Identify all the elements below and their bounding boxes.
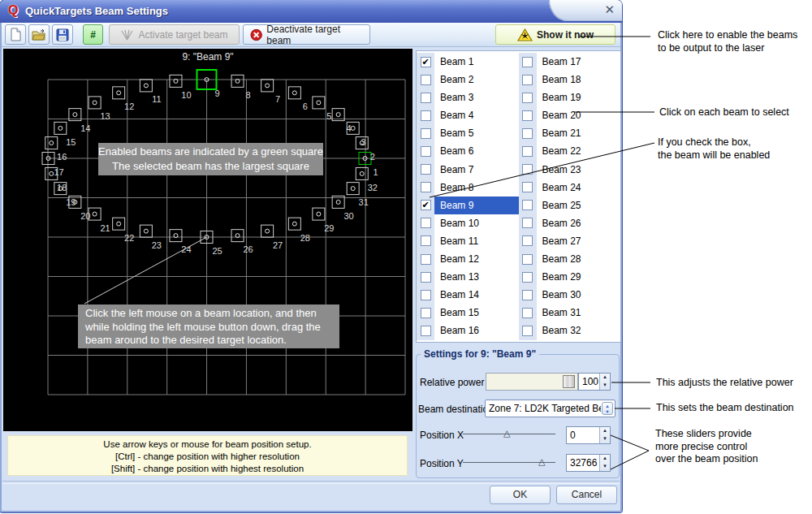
beam-row[interactable]: Beam 10: [417, 214, 519, 232]
beam-label[interactable]: Beam 11: [434, 232, 519, 250]
beam-checkbox[interactable]: [519, 232, 537, 250]
beam-label[interactable]: Beam 22: [537, 142, 621, 160]
beam-checkbox[interactable]: [519, 304, 537, 322]
beam-marker[interactable]: 22: [113, 218, 135, 243]
beam-row[interactable]: Beam 6: [417, 142, 519, 160]
beam-marker[interactable]: 6: [288, 87, 308, 112]
show-it-now-button[interactable]: Show it now: [495, 24, 615, 45]
beam-marker[interactable]: 11: [140, 80, 161, 105]
beam-label[interactable]: Beam 13: [434, 268, 519, 286]
beam-label[interactable]: Beam 4: [434, 106, 519, 124]
beam-checkbox[interactable]: [519, 89, 537, 106]
beam-row[interactable]: Beam 20: [519, 106, 621, 124]
beam-row[interactable]: Beam 29: [519, 268, 621, 286]
beam-label[interactable]: Beam 14: [434, 286, 519, 304]
dropdown-spin-icon[interactable]: ▲▼: [602, 402, 613, 415]
beam-label[interactable]: Beam 24: [537, 179, 621, 197]
beam-marker[interactable]: 7: [261, 80, 281, 105]
beam-position-canvas[interactable]: 1234567891011121314151617181920212223242…: [3, 49, 412, 431]
beam-numbers-toggle-button[interactable]: #: [83, 24, 103, 45]
beam-checkbox[interactable]: [519, 322, 537, 339]
beam-row[interactable]: Beam 2: [417, 71, 519, 89]
beam-row[interactable]: Beam 25: [519, 197, 621, 214]
position-y-slider[interactable]: △: [463, 462, 555, 463]
beam-label[interactable]: Beam 16: [434, 322, 519, 339]
beam-checkbox[interactable]: [519, 179, 537, 197]
beam-label[interactable]: Beam 9: [434, 197, 519, 214]
beam-marker[interactable]: 24: [170, 230, 192, 255]
beam-checkbox[interactable]: [417, 250, 434, 268]
spin-arrows-icon[interactable]: ▲▼: [599, 455, 610, 471]
beam-checkbox[interactable]: [417, 179, 434, 197]
beam-row[interactable]: Beam 31: [519, 304, 621, 322]
beam-marker[interactable]: 30: [332, 196, 354, 221]
beam-checkbox[interactable]: [519, 268, 537, 286]
beam-row[interactable]: Beam 7: [417, 161, 519, 179]
relative-power-spinner[interactable]: 100 ▲▼: [578, 373, 611, 391]
beam-checkbox[interactable]: [417, 286, 434, 304]
title-bar[interactable]: Q QuickTargets Beam Settings ✕: [0, 0, 622, 23]
beam-label[interactable]: Beam 7: [434, 161, 519, 179]
beam-label[interactable]: Beam 29: [537, 268, 621, 286]
beam-label[interactable]: Beam 15: [434, 304, 519, 322]
beam-row[interactable]: Beam 5: [417, 124, 519, 142]
beam-checkbox[interactable]: [519, 250, 537, 268]
beam-row[interactable]: Beam 21: [519, 124, 621, 142]
beam-checkbox[interactable]: ✔: [417, 197, 434, 214]
beam-row[interactable]: Beam 28: [519, 250, 621, 268]
beam-marker[interactable]: 26: [231, 230, 253, 255]
beam-marker[interactable]: 12: [113, 87, 135, 112]
beam-label[interactable]: Beam 32: [537, 322, 621, 339]
ok-button[interactable]: OK: [490, 486, 551, 504]
beam-marker[interactable]: 5: [313, 97, 332, 122]
beam-marker[interactable]: 21: [89, 208, 110, 233]
beam-label[interactable]: Beam 21: [537, 124, 621, 142]
beam-checkbox[interactable]: [519, 124, 537, 142]
beam-row[interactable]: Beam 24: [519, 179, 621, 197]
beam-label[interactable]: Beam 28: [537, 250, 621, 268]
beam-checkbox[interactable]: [417, 161, 434, 179]
beam-row[interactable]: ✔Beam 9: [417, 197, 519, 214]
spin-arrows-icon[interactable]: ▲▼: [599, 427, 610, 443]
beam-map[interactable]: 1234567891011121314151617181920212223242…: [3, 49, 412, 431]
beam-label[interactable]: Beam 31: [537, 304, 621, 322]
beam-destination-dropdown[interactable]: Zone 7: LD2K Targeted Be ▲▼: [485, 400, 615, 417]
relative-power-value[interactable]: 100: [579, 374, 599, 390]
beam-label[interactable]: Beam 17: [537, 53, 621, 71]
beam-row[interactable]: Beam 17: [519, 53, 621, 71]
beam-checkbox[interactable]: [519, 286, 537, 304]
beam-label[interactable]: Beam 3: [434, 89, 519, 106]
beam-checkbox[interactable]: [519, 142, 537, 160]
deactivate-target-beam-button[interactable]: Deactivate target beam: [243, 24, 370, 45]
beam-label[interactable]: Beam 10: [434, 214, 519, 232]
position-y-value[interactable]: 32766: [567, 455, 599, 471]
beam-row[interactable]: Beam 26: [519, 214, 621, 232]
beam-row[interactable]: Beam 8: [417, 179, 519, 197]
beam-label[interactable]: Beam 27: [537, 232, 621, 250]
position-x-spinner[interactable]: 0 ▲▼: [566, 426, 611, 444]
beam-row[interactable]: Beam 13: [417, 268, 519, 286]
beam-label[interactable]: Beam 12: [434, 250, 519, 268]
beam-marker[interactable]: 29: [313, 208, 335, 233]
relative-power-slider[interactable]: [486, 373, 578, 391]
beam-marker[interactable]: 28: [288, 218, 310, 243]
beam-row[interactable]: Beam 3: [417, 89, 519, 106]
beam-label[interactable]: Beam 23: [537, 161, 621, 179]
beam-row[interactable]: Beam 30: [519, 286, 621, 304]
beam-checkbox[interactable]: [417, 322, 434, 339]
beam-label[interactable]: Beam 25: [537, 197, 621, 214]
beam-marker[interactable]: 4: [332, 109, 352, 134]
position-x-slider[interactable]: △: [463, 434, 555, 434]
beam-checkbox[interactable]: [519, 161, 537, 179]
beam-label[interactable]: Beam 8: [434, 179, 519, 197]
beam-label[interactable]: Beam 19: [537, 89, 621, 106]
beam-label[interactable]: Beam 6: [434, 142, 519, 160]
beam-row[interactable]: Beam 19: [519, 89, 621, 106]
beam-checkbox[interactable]: [519, 214, 537, 232]
beam-marker[interactable]: 8: [231, 75, 251, 100]
beam-checkbox[interactable]: [519, 71, 537, 89]
beam-label[interactable]: Beam 20: [537, 106, 621, 124]
position-y-thumb[interactable]: △: [538, 456, 545, 467]
position-x-thumb[interactable]: △: [503, 428, 510, 438]
beam-checkbox[interactable]: [417, 142, 434, 160]
